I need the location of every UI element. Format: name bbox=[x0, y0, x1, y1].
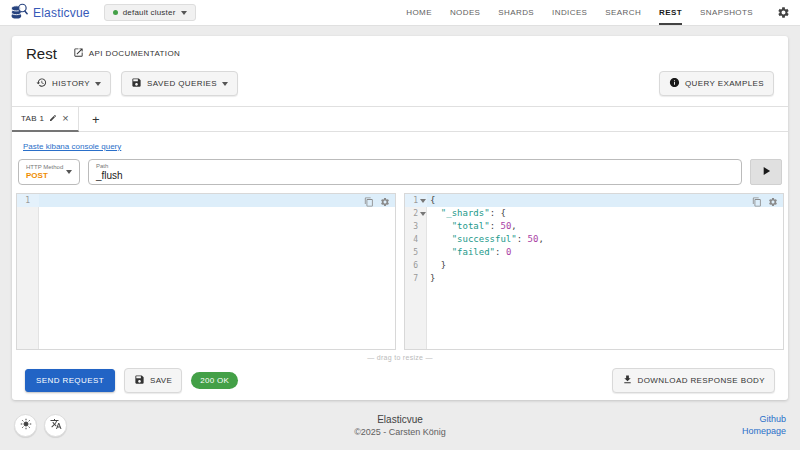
code-line: 1{ bbox=[405, 194, 783, 207]
chevron-down-icon bbox=[66, 170, 72, 174]
save-icon bbox=[134, 374, 145, 387]
settings-gear-icon[interactable] bbox=[777, 6, 790, 19]
chevron-down-icon bbox=[95, 82, 101, 86]
response-editor-code: 1{2 "_shards": {3 "total": 50,4 "success… bbox=[405, 194, 783, 285]
tab-1[interactable]: TAB 1 × bbox=[12, 107, 79, 132]
send-request-arrow-button[interactable] bbox=[750, 159, 782, 185]
code-line: 1 bbox=[17, 194, 395, 207]
request-editor-gutter bbox=[17, 194, 39, 349]
fold-caret-icon[interactable] bbox=[420, 199, 426, 203]
path-input[interactable]: Path _flush bbox=[88, 159, 742, 185]
send-request-button[interactable]: SEND REQUEST bbox=[25, 369, 115, 392]
download-response-button[interactable]: DOWNLOAD RESPONSE BODY bbox=[612, 368, 776, 393]
history-label: HISTORY bbox=[52, 79, 90, 88]
chevron-down-icon bbox=[181, 11, 187, 15]
github-link[interactable]: Github bbox=[742, 414, 786, 424]
info-icon bbox=[669, 77, 680, 90]
code-line: 2 "_shards": { bbox=[405, 207, 783, 220]
tab-1-label: TAB 1 bbox=[21, 114, 44, 123]
line-number: 1 bbox=[413, 194, 418, 207]
sun-icon bbox=[20, 416, 32, 434]
request-editor-code: 1 bbox=[17, 194, 395, 207]
cluster-name: default cluster bbox=[123, 8, 176, 17]
nav-item-shards[interactable]: SHARDS bbox=[498, 0, 534, 25]
api-documentation-link[interactable]: API DOCUMENTATION bbox=[73, 47, 180, 60]
query-examples-button[interactable]: QUERY EXAMPLES bbox=[659, 71, 774, 96]
add-tab-button[interactable]: + bbox=[79, 107, 113, 131]
page-header: Rest API DOCUMENTATION bbox=[12, 36, 788, 64]
elasticvue-logo-icon bbox=[10, 2, 28, 24]
footer-copyright: ©2025 - Carsten König bbox=[0, 427, 800, 437]
footer-center: Elasticvue ©2025 - Carsten König bbox=[0, 414, 800, 437]
top-navigation: HOME NODES SHARDS INDICES SEARCH REST SN… bbox=[406, 0, 790, 25]
fold-caret-icon[interactable] bbox=[420, 212, 426, 216]
download-response-label: DOWNLOAD RESPONSE BODY bbox=[638, 376, 766, 385]
http-method-value: POST bbox=[26, 171, 66, 180]
edit-pencil-icon[interactable] bbox=[49, 114, 57, 124]
line-number: 3 bbox=[413, 220, 418, 233]
tab-content: Paste kibana console query HTTP Method P… bbox=[12, 132, 788, 405]
paste-kibana-query-link[interactable]: Paste kibana console query bbox=[23, 142, 121, 151]
brand-name: Elasticvue bbox=[33, 6, 90, 20]
nav-item-snapshots[interactable]: SNAPSHOTS bbox=[700, 0, 753, 25]
brand[interactable]: Elasticvue bbox=[10, 2, 90, 24]
homepage-link[interactable]: Homepage bbox=[742, 426, 786, 436]
saved-queries-button[interactable]: SAVED QUERIES bbox=[121, 71, 238, 96]
nav-item-home[interactable]: HOME bbox=[406, 0, 432, 25]
footer-app-name: Elasticvue bbox=[0, 414, 800, 425]
cluster-selector[interactable]: default cluster bbox=[104, 4, 196, 21]
toolbar: HISTORY SAVED QUERIES QUERY EXAMPLES bbox=[12, 64, 788, 106]
copy-icon[interactable] bbox=[752, 197, 762, 211]
tab-close-icon[interactable]: × bbox=[62, 113, 69, 124]
footer-links: Github Homepage bbox=[742, 414, 786, 436]
line-number: 6 bbox=[413, 259, 418, 272]
code-line: 6 } bbox=[405, 259, 783, 272]
path-label: Path bbox=[96, 163, 734, 169]
request-body-editor[interactable]: 1 bbox=[16, 193, 396, 350]
page-title: Rest bbox=[26, 45, 57, 62]
response-body-editor[interactable]: 1{2 "_shards": {3 "total": 50,4 "success… bbox=[404, 193, 784, 350]
send-arrow-icon bbox=[759, 164, 773, 181]
editor-settings-gear-icon[interactable] bbox=[768, 197, 778, 211]
response-status-badge: 200 OK bbox=[191, 372, 238, 389]
external-link-icon bbox=[73, 47, 84, 60]
language-toggle-button[interactable] bbox=[44, 414, 67, 437]
rest-tabs-panel: TAB 1 × + Paste kibana console query HTT… bbox=[12, 106, 788, 405]
code-line: 3 "total": 50, bbox=[405, 220, 783, 233]
code-line: 7} bbox=[405, 272, 783, 285]
nav-item-rest[interactable]: REST bbox=[659, 0, 682, 25]
request-row: HTTP Method POST Path _flush bbox=[18, 159, 782, 185]
translate-icon bbox=[50, 418, 62, 432]
tab-bar: TAB 1 × + bbox=[12, 107, 788, 132]
editors: 1 1{2 "_shards": {3 "total": 50,4 "succe… bbox=[16, 193, 784, 350]
nav-item-nodes[interactable]: NODES bbox=[450, 0, 480, 25]
nav-item-search[interactable]: SEARCH bbox=[605, 0, 641, 25]
query-examples-label: QUERY EXAMPLES bbox=[685, 79, 764, 88]
code-line: 4 "successful": 50, bbox=[405, 233, 783, 246]
theme-toggle-button[interactable] bbox=[14, 414, 37, 437]
http-method-select[interactable]: HTTP Method POST bbox=[18, 159, 80, 185]
save-button[interactable]: SAVE bbox=[124, 368, 182, 393]
code-line: 5 "failed": 0 bbox=[405, 246, 783, 259]
chevron-down-icon bbox=[222, 82, 228, 86]
editor-settings-gear-icon[interactable] bbox=[380, 197, 390, 211]
copy-icon[interactable] bbox=[364, 197, 374, 211]
line-number: 2 bbox=[413, 207, 418, 220]
history-icon bbox=[36, 77, 47, 90]
http-method-label: HTTP Method bbox=[26, 164, 66, 170]
line-number: 1 bbox=[25, 194, 30, 207]
line-number: 7 bbox=[413, 272, 418, 285]
save-label: SAVE bbox=[150, 376, 172, 385]
topbar: Elasticvue default cluster HOME NODES SH… bbox=[0, 0, 800, 26]
line-number: 4 bbox=[413, 233, 418, 246]
rest-page-card: Rest API DOCUMENTATION HISTORY SAVED QUE… bbox=[12, 36, 788, 400]
nav-item-indices[interactable]: INDICES bbox=[552, 0, 587, 25]
cluster-status-dot bbox=[113, 10, 118, 15]
download-icon bbox=[622, 374, 633, 387]
saved-queries-label: SAVED QUERIES bbox=[147, 79, 217, 88]
api-documentation-label: API DOCUMENTATION bbox=[89, 49, 180, 58]
history-button[interactable]: HISTORY bbox=[26, 71, 111, 96]
line-number: 5 bbox=[413, 246, 418, 259]
save-icon bbox=[131, 77, 142, 90]
drag-to-resize-handle[interactable]: — drag to resize — bbox=[15, 350, 785, 366]
